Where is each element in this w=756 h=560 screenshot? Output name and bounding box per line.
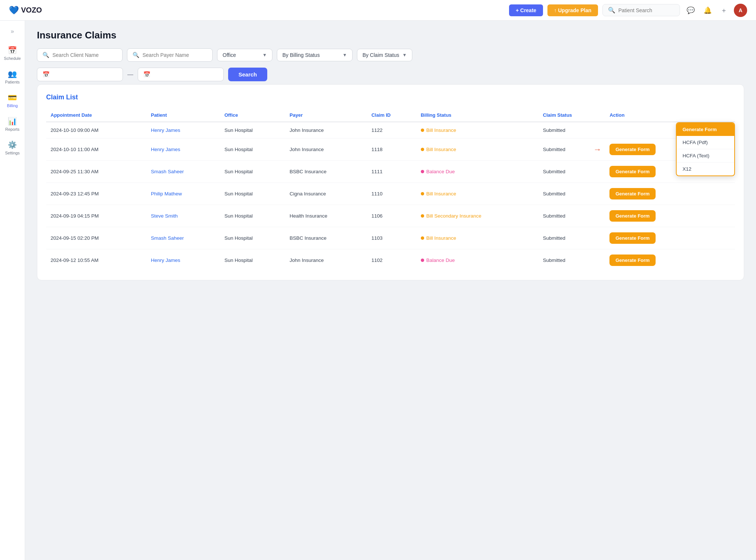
generate-form-button[interactable]: Generate Form [609, 144, 655, 155]
logo-text: VOZO [21, 6, 42, 14]
logo-icon: 💙 [9, 6, 19, 15]
patient-cell: Philip Mathew [147, 183, 220, 205]
claim-card: Claim List Appointment Date Patient Offi… [37, 84, 744, 280]
appointment-date: 2024-09-15 02:20 PM [46, 227, 147, 249]
search-payer-icon: 🔍 [133, 52, 140, 58]
billing-status-select[interactable]: By Billing Status Bill Insurance Balance… [282, 52, 340, 58]
search-client-icon: 🔍 [42, 52, 49, 58]
search-icon: 🔍 [608, 7, 615, 14]
hcfa-pdf-option[interactable]: HCFA (Pdf) [677, 136, 734, 149]
payer-cell: BSBC Insurance [285, 227, 367, 249]
search-payer-input[interactable] [142, 52, 207, 58]
billing-status-label: Bill Secondary Insurance [426, 213, 481, 219]
date-separator: — [127, 71, 133, 78]
payer-cell: Health Insurance [285, 205, 367, 227]
x12-option[interactable]: X12 [677, 163, 734, 175]
patient-link[interactable]: Henry James [151, 147, 181, 152]
search-button[interactable]: Search [228, 68, 267, 81]
generate-form-button[interactable]: Generate Form [609, 255, 655, 266]
col-billing-status: Billing Status [416, 109, 539, 122]
billing-status-cell: Balance Due [416, 249, 539, 272]
office-chevron-icon: ▼ [262, 52, 267, 58]
sidebar-item-reports[interactable]: 📊 Reports [1, 113, 24, 135]
table-row: 2024-09-25 11:30 AM Smash Saheer Sun Hos… [46, 161, 735, 183]
date-to-wrap: 📅 24/01/2023 [138, 68, 224, 81]
claim-status-cell: Submitted [539, 183, 605, 205]
office-cell: Sun Hospital [220, 183, 285, 205]
sidebar-item-schedule-label: Schedule [4, 56, 21, 61]
generate-form-button[interactable]: Generate Form [609, 188, 655, 199]
appointment-date: 2024-09-25 11:30 AM [46, 161, 147, 183]
sidebar-item-settings[interactable]: ⚙️ Settings [1, 137, 24, 159]
billing-status-label: Bill Insurance [426, 235, 456, 241]
billing-status-dot [421, 259, 424, 262]
claim-id-cell: 1106 [367, 205, 416, 227]
search-client-input[interactable] [52, 52, 117, 58]
office-cell: Sun Hospital [220, 139, 285, 161]
patient-link[interactable]: Smash Saheer [151, 169, 184, 174]
date-from-wrap: 📅 24/01/2023 [37, 68, 123, 81]
generate-form-button[interactable]: Generate Form [677, 123, 734, 136]
patient-link[interactable]: Philip Mathew [151, 191, 182, 197]
billing-status-label: Bill Insurance [426, 147, 456, 152]
office-select[interactable]: Office Sun Hospital [223, 52, 260, 58]
avatar[interactable]: A [734, 4, 747, 17]
sidebar-expand-button[interactable]: » [8, 25, 17, 38]
main-content: Insurance Claims 🔍 🔍 Office Sun Hospital… [25, 21, 756, 560]
create-button[interactable]: + Create [509, 4, 543, 16]
office-select-wrap: Office Sun Hospital ▼ [217, 49, 272, 61]
date-to-input[interactable]: 24/01/2023 [154, 72, 218, 78]
claim-id-cell: 1111 [367, 161, 416, 183]
notifications-button[interactable]: 🔔 [701, 4, 714, 17]
table-row: 2024-09-23 12:45 PM Philip Mathew Sun Ho… [46, 183, 735, 205]
patient-cell: Smash Saheer [147, 161, 220, 183]
table-row: 2024-09-19 04:15 PM Steve Smith Sun Hosp… [46, 205, 735, 227]
generate-form-button[interactable]: Generate Form [609, 232, 655, 244]
date-from-input[interactable]: 24/01/2023 [53, 72, 117, 78]
hcfa-text-option[interactable]: HCFA (Text) [677, 149, 734, 163]
office-cell: Sun Hospital [220, 205, 285, 227]
patient-cell: Smash Saheer [147, 227, 220, 249]
patient-link[interactable]: Henry James [151, 127, 181, 133]
patient-link[interactable]: Smash Saheer [151, 235, 184, 241]
action-cell: Generate Form [605, 183, 735, 205]
claim-status-cell: Submitted [539, 205, 605, 227]
billing-status-chevron-icon: ▼ [343, 52, 347, 58]
billing-status-label: Bill Insurance [426, 191, 456, 197]
schedule-icon: 📅 [8, 46, 17, 55]
patient-cell: Henry James [147, 139, 220, 161]
generate-form-button[interactable]: Generate Form [609, 166, 655, 177]
patient-search-input[interactable] [618, 7, 674, 13]
claim-status-cell: Submitted [539, 139, 605, 161]
patient-link[interactable]: Steve Smith [151, 213, 178, 219]
patient-cell: Henry James [147, 122, 220, 139]
col-payer: Payer [285, 109, 367, 122]
patient-cell: Henry James [147, 249, 220, 272]
sidebar-item-billing-label: Billing [7, 103, 18, 108]
col-office: Office [220, 109, 285, 122]
appointment-date: 2024-10-10 11:00 AM [46, 139, 147, 161]
sidebar-item-billing[interactable]: 💳 Billing [1, 89, 24, 112]
upgrade-button[interactable]: ↑ Upgrade Plan [547, 4, 598, 16]
sidebar-item-settings-label: Settings [5, 151, 20, 155]
sidebar-item-patients[interactable]: 👥 Patients [1, 66, 24, 88]
add-button[interactable]: ＋ [718, 4, 729, 17]
billing-status-cell: Bill Secondary Insurance [416, 205, 539, 227]
patient-link[interactable]: Henry James [151, 257, 181, 263]
payer-cell: Cigna Insurance [285, 183, 367, 205]
payer-cell: John Insurance [285, 122, 367, 139]
table-row: 2024-09-15 02:20 PM Smash Saheer Sun Hos… [46, 227, 735, 249]
sidebar-item-schedule[interactable]: 📅 Schedule [1, 42, 24, 64]
search-payer-wrap: 🔍 [127, 48, 213, 62]
billing-icon: 💳 [8, 93, 17, 102]
billing-status-cell: Balance Due [416, 161, 539, 183]
billing-status-dot [421, 129, 424, 132]
claim-status-select-wrap: By Claim Status Submitted Pending ▼ [357, 49, 412, 61]
claim-status-cell: Submitted [539, 249, 605, 272]
billing-status-select-wrap: By Billing Status Bill Insurance Balance… [277, 49, 353, 61]
calendar-from-icon: 📅 [42, 71, 50, 78]
generate-form-button[interactable]: Generate Form [609, 210, 655, 222]
messages-button[interactable]: 💬 [684, 4, 697, 17]
appointment-date: 2024-09-19 04:15 PM [46, 205, 147, 227]
claim-status-select[interactable]: By Claim Status Submitted Pending [362, 52, 399, 58]
